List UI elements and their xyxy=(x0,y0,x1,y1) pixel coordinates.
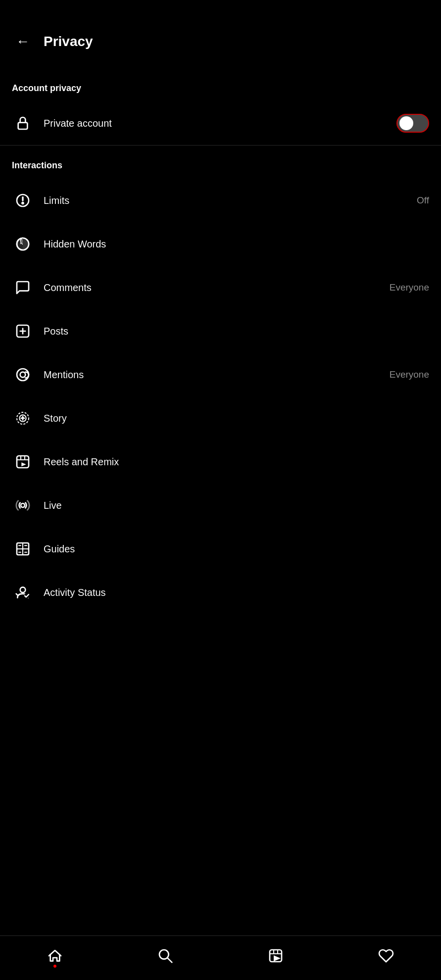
nav-notifications[interactable] xyxy=(378,948,394,964)
comments-value: Everyone xyxy=(390,282,429,293)
mentions-value: Everyone xyxy=(390,369,429,380)
mentions-icon xyxy=(12,364,34,386)
posts-item[interactable]: Posts xyxy=(0,309,441,353)
private-account-row[interactable]: Private account xyxy=(0,101,441,145)
reels-remix-label: Reels and Remix xyxy=(44,456,429,468)
story-icon xyxy=(12,407,34,429)
live-label: Live xyxy=(44,500,429,511)
heart-icon xyxy=(378,948,394,964)
svg-line-32 xyxy=(168,958,172,962)
limits-item[interactable]: Limits Off xyxy=(0,179,441,222)
svg-point-9 xyxy=(17,369,29,381)
search-icon xyxy=(157,948,173,964)
bottom-nav xyxy=(0,935,441,980)
guides-label: Guides xyxy=(44,543,429,555)
hidden-words-label: Hidden Words xyxy=(44,239,429,250)
nav-home[interactable] xyxy=(47,948,63,964)
nav-reels[interactable] xyxy=(268,948,284,964)
interactions-section: Interactions Limits Off xyxy=(0,146,441,614)
svg-rect-16 xyxy=(17,456,29,468)
limits-value: Off xyxy=(417,195,429,206)
interactions-label: Interactions xyxy=(0,146,441,179)
hidden-words-item[interactable]: Hidden Words xyxy=(0,222,441,266)
svg-marker-20 xyxy=(21,462,26,466)
limits-icon xyxy=(12,190,34,211)
live-item[interactable]: Live xyxy=(0,484,441,527)
comments-label: Comments xyxy=(44,282,390,294)
hidden-words-icon xyxy=(12,233,34,255)
mentions-label: Mentions xyxy=(44,369,390,381)
svg-point-29 xyxy=(20,587,26,592)
svg-point-8 xyxy=(20,372,26,378)
home-icon xyxy=(47,948,63,964)
reels-nav-icon xyxy=(268,948,284,964)
live-icon xyxy=(12,494,34,516)
toggle-knob xyxy=(399,116,413,130)
activity-status-item[interactable]: Activity Status xyxy=(0,571,441,614)
story-label: Story xyxy=(44,413,429,424)
guides-item[interactable]: Guides xyxy=(0,527,441,571)
svg-rect-0 xyxy=(18,123,28,129)
reels-remix-item[interactable]: Reels and Remix xyxy=(0,440,441,484)
private-account-label: Private account xyxy=(44,118,396,129)
guides-icon xyxy=(12,538,34,560)
comments-icon xyxy=(12,277,34,298)
activity-status-label: Activity Status xyxy=(44,587,429,598)
page-title: Privacy xyxy=(44,34,93,49)
account-privacy-section: Account privacy Private account xyxy=(0,68,441,145)
private-account-toggle[interactable] xyxy=(396,114,429,133)
reels-icon xyxy=(12,451,34,473)
svg-marker-37 xyxy=(274,956,279,960)
posts-label: Posts xyxy=(44,326,429,337)
story-item[interactable]: Story xyxy=(0,396,441,440)
svg-point-2 xyxy=(22,202,23,204)
back-button[interactable]: ← xyxy=(12,30,34,53)
activity-status-icon xyxy=(12,582,34,603)
limits-label: Limits xyxy=(44,195,417,206)
comments-item[interactable]: Comments Everyone xyxy=(0,266,441,309)
account-privacy-label: Account privacy xyxy=(0,68,441,101)
home-notification-dot xyxy=(53,965,56,968)
posts-icon xyxy=(12,320,34,342)
header: ← Privacy xyxy=(0,0,441,68)
nav-search[interactable] xyxy=(157,948,173,964)
svg-point-31 xyxy=(159,950,169,959)
lock-icon xyxy=(12,112,34,134)
mentions-item[interactable]: Mentions Everyone xyxy=(0,353,441,396)
back-arrow-icon: ← xyxy=(16,34,30,49)
svg-point-21 xyxy=(21,503,25,507)
